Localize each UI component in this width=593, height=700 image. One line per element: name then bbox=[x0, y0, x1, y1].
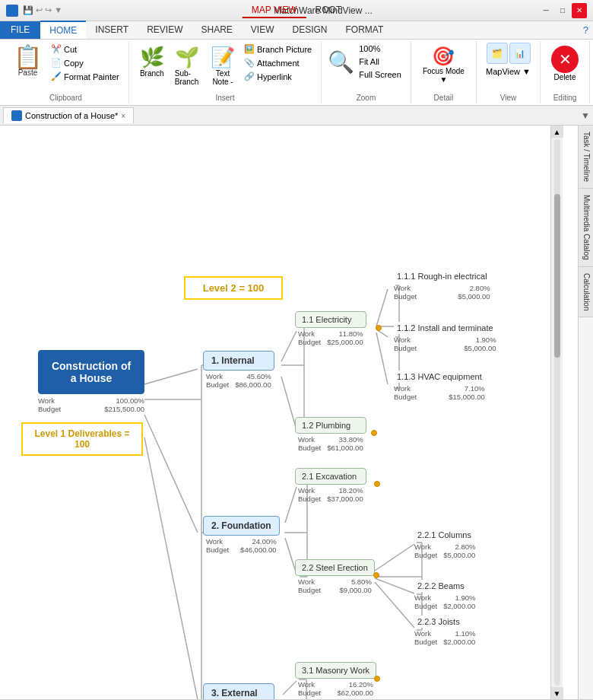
mapview-button[interactable]: MapView ▼ bbox=[483, 65, 534, 78]
format-painter-icon: 🖌️ bbox=[51, 72, 62, 81]
doc-tab-close[interactable]: × bbox=[121, 112, 125, 120]
node-internal[interactable]: 1. Internal Work45.60% Budget$86,000.00 bbox=[203, 351, 274, 389]
node-install-box: 1.1.2 Install and terminate bbox=[394, 322, 496, 334]
columns-stats: Work2.80% Budget$5,000.00 bbox=[414, 542, 475, 559]
copy-label: Copy bbox=[64, 59, 84, 68]
tab-format[interactable]: FORMAT bbox=[337, 21, 393, 39]
text-note-label: Text Note - bbox=[211, 69, 235, 86]
view-icon-1[interactable]: 🗂️ bbox=[487, 43, 508, 64]
scroll-down-arrow[interactable]: ▼ bbox=[551, 687, 563, 699]
doc-tab-icon bbox=[11, 110, 22, 121]
node-foundation[interactable]: 2. Foundation Work24.00% Budget$46,000.0… bbox=[203, 516, 280, 554]
svg-line-7 bbox=[376, 332, 388, 384]
tab-share[interactable]: SHARE bbox=[192, 21, 241, 39]
tab-root[interactable]: ROOT bbox=[306, 3, 351, 18]
tab-file[interactable]: FILE bbox=[0, 21, 40, 39]
node-external-box: 3. External bbox=[203, 683, 274, 699]
install-stats: Work1.90% Budget$5,000.00 bbox=[394, 336, 496, 352]
node-foundation-box: 2. Foundation bbox=[203, 516, 280, 536]
svg-line-5 bbox=[376, 289, 388, 326]
quick-access[interactable]: 💾 ↩ ↪ ▼ bbox=[23, 5, 62, 15]
node-rough-in[interactable]: 1.1.1 Rough-in electrical Work2.80% Budg… bbox=[394, 270, 490, 301]
cut-button[interactable]: ✂️ Cut bbox=[48, 43, 122, 56]
sub-branch-button[interactable]: 🌱 Sub-Branch bbox=[170, 43, 205, 89]
node-excavation[interactable]: 2.1 Excavation Work18.20% Budget$37,000.… bbox=[295, 468, 366, 503]
text-note-button[interactable]: 📝 Text Note - bbox=[206, 43, 239, 89]
node-electricity[interactable]: 1.1 Electricity Work11.80% Budget$25,000… bbox=[295, 311, 366, 346]
paste-button[interactable]: 📋 Paste bbox=[9, 43, 46, 80]
cut-label: Cut bbox=[64, 45, 77, 54]
maximize-button[interactable]: □ bbox=[555, 3, 570, 18]
node-joists[interactable]: 2.2.3 Joists Work1.10% Budget$2,000.00 bbox=[414, 616, 475, 646]
full-screen-button[interactable]: Full Screen bbox=[356, 68, 404, 81]
svg-line-0 bbox=[144, 369, 198, 384]
tab-design[interactable]: DESIGN bbox=[284, 21, 337, 39]
delete-button[interactable]: ✕ Delete bbox=[547, 43, 583, 84]
joists-stats: Work1.10% Budget$2,000.00 bbox=[414, 629, 475, 646]
minimize-button[interactable]: ─ bbox=[538, 3, 553, 18]
group-zoom: 🔍 100% Fit All Full Screen Zoom bbox=[322, 41, 411, 103]
branch-picture-button[interactable]: 🖼️ Branch Picture bbox=[241, 43, 315, 56]
node-columns[interactable]: 2.2.1 Columns Work2.80% Budget$5,000.00 bbox=[414, 529, 475, 559]
panel-task-timeline[interactable]: Task / Timeline bbox=[579, 126, 593, 189]
doc-tab-title: Construction of a House* bbox=[25, 111, 118, 120]
group-detail: 🎯 Focus Mode ▼ Detail bbox=[411, 41, 477, 103]
scroll-up-arrow[interactable]: ▲ bbox=[551, 126, 563, 138]
copy-button[interactable]: 📄 Copy bbox=[48, 56, 122, 69]
view-icon-2[interactable]: 📊 bbox=[509, 43, 531, 64]
beams-label: 2.2.2 Beams bbox=[417, 581, 465, 590]
hvac-label: 1.1.3 HVAC equipment bbox=[397, 372, 482, 381]
columns-label: 2.2.1 Columns bbox=[417, 530, 471, 539]
doc-tab-house[interactable]: Construction of a House* × bbox=[3, 107, 134, 123]
tab-scroll-arrow[interactable]: ▼ bbox=[581, 110, 590, 121]
zoom-100-button[interactable]: 100% bbox=[356, 43, 404, 55]
scrollbar-vertical[interactable]: ▲ ▼ bbox=[550, 126, 563, 699]
tab-review[interactable]: REVIEW bbox=[138, 21, 192, 39]
view-content: 🗂️ 📊 MapView ▼ bbox=[483, 43, 534, 92]
insert-label: Insert bbox=[215, 92, 234, 102]
install-label: 1.1.2 Install and terminate bbox=[397, 323, 493, 332]
panel-multimedia[interactable]: Multimedia Catalog bbox=[579, 189, 593, 267]
tab-home[interactable]: HOME bbox=[40, 21, 86, 39]
dot-electricity bbox=[376, 325, 382, 331]
tab-map-view[interactable]: MAP VIEW bbox=[243, 3, 306, 18]
view-icons-row: 🗂️ 📊 bbox=[487, 43, 531, 64]
root-node[interactable]: Construction of a House Work100.00% Budg… bbox=[38, 350, 144, 413]
node-masonry[interactable]: 3.1 Masonry Work Work16.20% Budget$62,00… bbox=[295, 662, 376, 697]
node-hvac[interactable]: 1.1.3 HVAC equipment Work7.10% Budget$15… bbox=[394, 371, 485, 401]
panel-calculation[interactable]: Calculation bbox=[579, 267, 593, 317]
node-beams[interactable]: 2.2.2 Beams Work1.90% Budget$2,000.00 bbox=[414, 580, 475, 610]
group-clipboard: 📋 Paste ✂️ Cut 📄 Copy 🖌️ Format Painter bbox=[3, 41, 129, 103]
zoom-icon: 🔍 bbox=[328, 49, 354, 75]
close-button[interactable]: ✕ bbox=[572, 3, 587, 18]
scroll-v-thumb[interactable] bbox=[554, 194, 560, 358]
internal-stats: Work45.60% Budget$86,000.00 bbox=[203, 372, 274, 389]
main-area: ▲ ▼ bbox=[0, 126, 593, 699]
format-painter-button[interactable]: 🖌️ Format Painter bbox=[48, 70, 122, 83]
node-external[interactable]: 3. External Work30.40% Budget$83,500.00 bbox=[203, 683, 274, 699]
canvas: ▲ ▼ bbox=[0, 126, 578, 699]
fit-all-button[interactable]: Fit All bbox=[356, 56, 404, 68]
node-plumbing[interactable]: 1.2 Plumbing Work33.80% Budget$61,000.00 bbox=[295, 417, 366, 452]
focus-mode-button[interactable]: 🎯 Focus Mode ▼ bbox=[417, 43, 470, 87]
zoom-stack: 100% Fit All Full Screen bbox=[356, 43, 404, 81]
attachment-button[interactable]: 📎 Attachment bbox=[241, 56, 315, 69]
help-button[interactable]: ? bbox=[579, 21, 593, 39]
tab-view[interactable]: VIEW bbox=[242, 21, 284, 39]
branch-button[interactable]: 🌿 Branch bbox=[135, 43, 169, 81]
svg-line-1 bbox=[144, 415, 198, 533]
window-controls[interactable]: ─ □ ✕ bbox=[538, 3, 587, 18]
node-steel[interactable]: 2.2 Steel Erection Work5.80% Budget$9,00… bbox=[295, 559, 375, 594]
node-joists-box: 2.2.3 Joists bbox=[414, 616, 475, 628]
tab-insert[interactable]: INSERT bbox=[86, 21, 138, 39]
rough-in-label: 1.1.1 Rough-in electrical bbox=[397, 272, 487, 281]
hyperlink-button[interactable]: 🔗 Hyperlink bbox=[241, 70, 315, 83]
scroll-v-track[interactable] bbox=[554, 139, 560, 686]
clipboard-content: 📋 Paste ✂️ Cut 📄 Copy 🖌️ Format Painter bbox=[9, 43, 122, 92]
foundation-stats: Work24.00% Budget$46,000.00 bbox=[203, 537, 280, 554]
node-excavation-box: 2.1 Excavation bbox=[295, 468, 366, 485]
paste-icon: 📋 bbox=[14, 46, 42, 68]
masonry-label: 3.1 Masonry Work bbox=[302, 666, 369, 675]
node-install[interactable]: 1.1.2 Install and terminate Work1.90% Bu… bbox=[394, 322, 496, 352]
foundation-label: 2. Foundation bbox=[211, 520, 271, 531]
